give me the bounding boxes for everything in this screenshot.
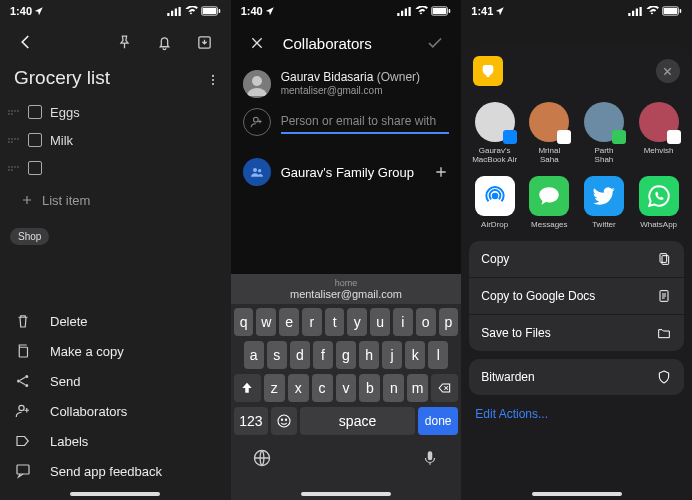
home-indicator[interactable]	[70, 492, 160, 496]
share-app-messages[interactable]: Messages	[525, 176, 573, 229]
drag-handle-icon[interactable]	[8, 162, 20, 174]
key-l[interactable]: l	[428, 341, 448, 369]
menu-trash[interactable]: Delete	[0, 306, 231, 336]
checkbox[interactable]	[28, 161, 42, 175]
keyboard-suggestion[interactable]: home mentaliser@gmail.com	[231, 274, 462, 304]
key-d[interactable]: d	[290, 341, 310, 369]
more-button[interactable]	[195, 62, 231, 98]
home-indicator[interactable]	[301, 492, 391, 496]
key-a[interactable]: a	[244, 341, 264, 369]
add-icon[interactable]	[433, 164, 449, 180]
share-input[interactable]	[281, 110, 450, 134]
action-row[interactable]: Save to Files	[469, 315, 684, 351]
key-p[interactable]: p	[439, 308, 459, 336]
key-m[interactable]: m	[407, 374, 428, 402]
svg-rect-18	[401, 10, 403, 15]
owner-name: Gaurav Bidasaria	[281, 70, 374, 84]
key-y[interactable]: y	[347, 308, 367, 336]
close-button[interactable]	[656, 59, 680, 83]
menu-copy[interactable]: Make a copy	[0, 336, 231, 366]
keyboard[interactable]: qwertyuiop asdfghjkl zxcvbnm 123spacedon…	[231, 304, 462, 500]
key-b[interactable]: b	[359, 374, 380, 402]
note-title[interactable]: Grocery list	[0, 63, 124, 97]
share-app-twitter[interactable]: Twitter	[580, 176, 628, 229]
share-app-whatsapp[interactable]: WhatsApp	[635, 176, 683, 229]
emoji-key[interactable]	[271, 407, 297, 435]
share-person[interactable]: Mrinal Saha	[525, 102, 573, 164]
reminder-button[interactable]	[147, 24, 183, 60]
key-u[interactable]: u	[370, 308, 390, 336]
key-r[interactable]: r	[302, 308, 322, 336]
key-n[interactable]: n	[383, 374, 404, 402]
pin-button[interactable]	[107, 24, 143, 60]
key-j[interactable]: j	[382, 341, 402, 369]
suggestion-label: home	[231, 278, 462, 288]
key-g[interactable]: g	[336, 341, 356, 369]
shift-key[interactable]	[234, 374, 261, 402]
edit-actions-link[interactable]: Edit Actions...	[461, 395, 692, 433]
menu-person-add[interactable]: Collaborators	[0, 396, 231, 426]
svg-rect-2	[174, 8, 176, 16]
mic-key[interactable]	[418, 446, 442, 470]
status-time: 1:40	[10, 5, 32, 17]
key-q[interactable]: q	[234, 308, 254, 336]
share-person[interactable]: Parth Shah	[580, 102, 628, 164]
action-row[interactable]: Copy to Google Docs	[469, 278, 684, 315]
key-o[interactable]: o	[416, 308, 436, 336]
checklist-item[interactable]	[8, 154, 223, 182]
close-button[interactable]	[239, 25, 275, 61]
key-s[interactable]: s	[267, 341, 287, 369]
label-chip[interactable]: Shop	[10, 228, 49, 245]
menu-share[interactable]: Send	[0, 366, 231, 396]
key-k[interactable]: k	[405, 341, 425, 369]
key-x[interactable]: x	[288, 374, 309, 402]
menu-label[interactable]: Labels	[0, 426, 231, 456]
key-z[interactable]: z	[264, 374, 285, 402]
home-indicator[interactable]	[532, 492, 622, 496]
svg-rect-20	[409, 7, 411, 16]
share-person[interactable]: Mehvish	[635, 102, 683, 164]
key-f[interactable]: f	[313, 341, 333, 369]
header-title: Collaborators	[283, 35, 410, 52]
share-app-airdrop[interactable]: AirDrop	[471, 176, 519, 229]
message-icon	[529, 176, 569, 216]
action-bitwarden[interactable]: Bitwarden	[469, 359, 684, 395]
app-badge-icon	[503, 130, 517, 144]
action-row[interactable]: Copy	[469, 241, 684, 278]
share-person[interactable]: Gaurav's MacBook Air	[471, 102, 519, 164]
archive-button[interactable]	[187, 24, 223, 60]
checklist-item[interactable]: Eggs	[8, 98, 223, 126]
svg-point-25	[252, 76, 262, 86]
numbers-key[interactable]: 123	[234, 407, 269, 435]
person-name: Parth Shah	[594, 146, 613, 164]
checkbox[interactable]	[28, 105, 42, 119]
svg-rect-22	[433, 8, 447, 14]
item-text[interactable]: Milk	[50, 133, 73, 148]
checkbox[interactable]	[28, 133, 42, 147]
whatsapp-icon	[639, 176, 679, 216]
globe-key[interactable]	[250, 446, 274, 470]
key-t[interactable]: t	[325, 308, 345, 336]
feedback-icon	[14, 462, 32, 480]
item-text[interactable]: Eggs	[50, 105, 80, 120]
key-h[interactable]: h	[359, 341, 379, 369]
add-list-item[interactable]: List item	[0, 186, 231, 214]
back-button[interactable]	[8, 24, 44, 60]
key-i[interactable]: i	[393, 308, 413, 336]
key-c[interactable]: c	[312, 374, 333, 402]
backspace-key[interactable]	[431, 374, 458, 402]
checklist-item[interactable]: Milk	[8, 126, 223, 154]
confirm-button[interactable]	[417, 25, 453, 61]
key-v[interactable]: v	[336, 374, 357, 402]
space-key[interactable]: space	[300, 407, 415, 435]
status-bar: 1:40	[231, 0, 462, 22]
family-group-row[interactable]: Gaurav's Family Group	[231, 148, 462, 196]
drag-handle-icon[interactable]	[8, 134, 20, 146]
person-name: Mehvish	[644, 146, 674, 155]
drag-handle-icon[interactable]	[8, 106, 20, 118]
svg-rect-33	[428, 451, 433, 460]
key-e[interactable]: e	[279, 308, 299, 336]
menu-feedback[interactable]: Send app feedback	[0, 456, 231, 486]
key-w[interactable]: w	[256, 308, 276, 336]
done-key[interactable]: done	[418, 407, 458, 435]
